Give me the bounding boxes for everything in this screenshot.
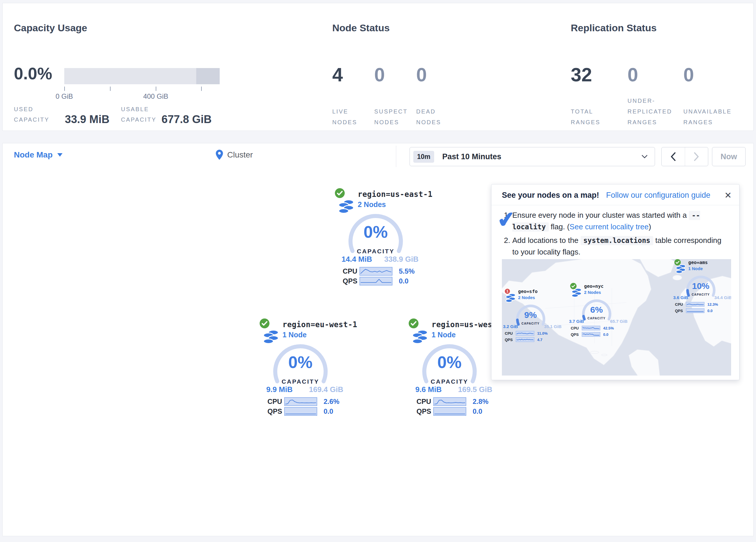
cpu-value: 2.8% xyxy=(473,398,489,406)
capacity-percent: 10% xyxy=(686,282,715,291)
capacity-axis-label-0: 0 GiB xyxy=(47,92,82,100)
qps-sparkline xyxy=(433,407,466,416)
system-locations-code: system.locations xyxy=(581,236,653,245)
dead-nodes-stat: 0 DEAD NODES xyxy=(416,65,457,128)
qps-label: QPS xyxy=(343,277,358,285)
used-capacity: 3.7 GiB xyxy=(569,319,584,324)
node-count-label: 2 Nodes xyxy=(518,295,535,300)
qps-label: QPS xyxy=(505,338,515,342)
time-forward-button[interactable] xyxy=(685,147,708,166)
used-capacity-label: USED CAPACITY xyxy=(14,104,60,125)
unavailable-ranges-value: 0 xyxy=(683,65,746,84)
view-selector-label: Node Map xyxy=(14,150,53,159)
suspect-nodes-label: SUSPECT NODES xyxy=(374,106,412,128)
cpu-label: CPU xyxy=(675,302,685,307)
qps-sparkline xyxy=(686,308,704,313)
locality-tree-link[interactable]: See current locality tree xyxy=(570,222,649,231)
region-label: geo=nyc xyxy=(584,284,603,289)
chevron-right-icon xyxy=(694,152,699,161)
node-count-label: 1 Node xyxy=(688,266,703,271)
cluster-summary-panel: Capacity Usage 0.0% 0 GiB 400 GiB USED C… xyxy=(2,3,754,131)
database-nodes-icon xyxy=(263,330,279,346)
locality-tip-popup: See your nodes on a map! Follow our conf… xyxy=(491,184,740,380)
capacity-percent: 0% xyxy=(348,223,403,240)
chevron-down-icon xyxy=(641,155,648,159)
capacity-percent: 9% xyxy=(516,311,545,319)
capacity-axis-tick xyxy=(110,87,111,91)
live-nodes-stat: 4 LIVE NODES xyxy=(332,65,370,128)
database-nodes-icon xyxy=(412,330,428,346)
capacity-bar-other-segment xyxy=(196,68,220,84)
time-range-dropdown[interactable]: 10m Past 10 Minutes xyxy=(410,147,655,166)
toolbar-divider xyxy=(396,146,396,167)
node-map-panel: Node Map Cluster 10m Past 10 Minutes xyxy=(2,143,754,536)
capacity-word: CAPACITY xyxy=(422,378,477,385)
setup-steps: Ensure every node in your cluster was st… xyxy=(502,209,728,258)
used-capacity: 3.2 GiB xyxy=(503,324,518,329)
close-icon[interactable]: ✕ xyxy=(724,191,732,200)
capacity-percent: 0% xyxy=(422,354,477,371)
capacity-percent: 6% xyxy=(582,306,611,314)
suspect-nodes-stat: 0 SUSPECT NODES xyxy=(374,65,412,128)
time-back-button[interactable] xyxy=(662,147,685,166)
node-count-label: 1 Node xyxy=(282,331,307,339)
now-button[interactable]: Now xyxy=(712,147,746,166)
cpu-sparkline xyxy=(686,302,704,307)
capacity-word: CAPACITY xyxy=(273,378,328,385)
qps-value: 4.7 xyxy=(537,338,542,342)
total-ranges-label: TOTAL RANGES xyxy=(571,106,620,128)
capacity-percent: 0% xyxy=(273,354,328,371)
qps-value: 0.0 xyxy=(473,407,482,416)
breadcrumb[interactable]: Cluster xyxy=(216,150,253,160)
capacity-gauge: 10% CAPACITY xyxy=(686,276,715,305)
node-count-label: 1 Node xyxy=(432,331,456,339)
cpu-value: 42.5% xyxy=(603,326,614,330)
cpu-label: CPU xyxy=(343,267,358,276)
cpu-label: CPU xyxy=(571,326,581,330)
view-selector-dropdown[interactable]: Node Map xyxy=(14,150,63,159)
qps-value: 0.0 xyxy=(324,407,333,416)
live-nodes-label: LIVE NODES xyxy=(332,106,370,128)
qps-value: 0.0 xyxy=(603,333,608,337)
cpu-label: CPU xyxy=(267,398,282,406)
qps-label: QPS xyxy=(267,407,282,416)
healthy-status-icon xyxy=(260,319,269,328)
breadcrumb-cluster-label: Cluster xyxy=(227,150,253,159)
qps-value: 0.0 xyxy=(707,309,713,313)
total-capacity: 34.4 GiB xyxy=(714,295,731,300)
capacity-word: CAPACITY xyxy=(348,248,403,255)
cpu-label: CPU xyxy=(416,398,432,406)
node-status-title: Node Status xyxy=(332,22,390,34)
live-nodes-value: 4 xyxy=(332,65,370,84)
configuration-guide-link[interactable]: Follow our configuration guide xyxy=(606,191,710,200)
region-node-us-east-1[interactable]: region=us-east-1 2 Nodes 0% CAPACITY 14.… xyxy=(330,186,425,287)
node-count-label: 2 Nodes xyxy=(584,290,601,295)
database-nodes-icon xyxy=(505,293,516,304)
cpu-sparkline xyxy=(284,397,317,406)
time-range-label: Past 10 Minutes xyxy=(442,152,501,161)
cpu-sparkline xyxy=(359,267,392,276)
region-label: region=eu-west-1 xyxy=(282,320,357,329)
node-map-canvas: region=us-east-1 2 Nodes 0% CAPACITY 14.… xyxy=(3,169,753,536)
caret-down-icon xyxy=(57,153,63,157)
capacity-usage-bar xyxy=(64,68,220,84)
region-node-us-west-1[interactable]: region=us-west-1 1 Node 0% CAPACITY 9.6 … xyxy=(404,317,499,418)
cpu-value: 2.6% xyxy=(324,398,340,406)
capacity-axis-tick xyxy=(64,87,65,91)
dead-nodes-label: DEAD NODES xyxy=(416,106,457,128)
qps-sparkline xyxy=(284,407,317,416)
qps-sparkline xyxy=(359,277,392,286)
capacity-axis-tick xyxy=(156,87,156,91)
total-capacity: 338.9 GiB xyxy=(384,255,419,264)
cpu-value: 5.5% xyxy=(399,267,415,276)
setup-step-1: Ensure every node in your cluster was st… xyxy=(512,209,728,233)
capacity-gauge: 6% CAPACITY xyxy=(582,299,611,329)
chevron-left-icon xyxy=(671,152,676,161)
used-capacity: 9.9 MiB xyxy=(266,385,293,394)
used-capacity-value: 33.9 MiB xyxy=(65,113,109,126)
setup-step-2: Add locations to the system.locations ta… xyxy=(512,234,728,258)
qps-sparkline xyxy=(582,332,600,337)
world-map-preview: 1 geo=sfo 2 Nodes 9% CAPACITY 3.2 GiB xyxy=(502,259,731,376)
region-node-eu-west-1[interactable]: region=eu-west-1 1 Node 0% CAPACITY 9.9 … xyxy=(255,317,350,418)
capacity-usage-percent: 0.0% xyxy=(14,65,52,82)
